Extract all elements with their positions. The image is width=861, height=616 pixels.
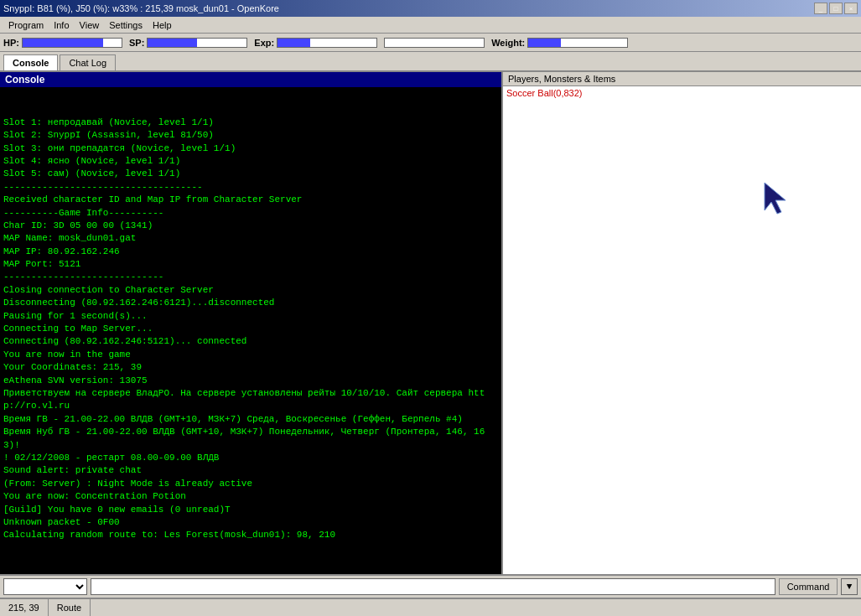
console-line: Sound alert: private chat	[3, 464, 498, 477]
console-line: Unknown packet - 0F00	[3, 516, 498, 529]
title-text: SnyppI: B81 (%), J50 (%): w33% : 215,39 …	[3, 3, 279, 13]
hp-group: HP:	[3, 38, 122, 48]
command-button[interactable]: Command	[779, 578, 838, 595]
sp-group: SP:	[129, 38, 247, 48]
sp-bar-container	[147, 38, 247, 48]
route-text: Route	[57, 603, 81, 613]
console-line: (From: Server) : Night Mode is already a…	[3, 478, 498, 490]
svg-marker-0	[765, 183, 786, 214]
console-header: Console	[0, 72, 501, 87]
console-line: Время ГВ - 21.00-22.00 ВЛДВ (GMT+10, МЗК…	[3, 413, 498, 426]
console-line: Connecting (80.92.162.246:5121)... conne…	[3, 335, 498, 348]
tabs-area: Console Chat Log	[0, 52, 861, 72]
exp-bar	[277, 39, 310, 47]
close-button[interactable]: ×	[844, 3, 858, 14]
coordinates-text: 215, 39	[8, 603, 39, 613]
console-line: Your Coordinates: 215, 39	[3, 361, 498, 374]
route-status: Route	[49, 599, 91, 616]
menu-view[interactable]: View	[75, 18, 105, 32]
weight-group: Weight:	[491, 38, 628, 48]
console-line: ----------Game Info----------	[3, 207, 498, 220]
console-line: eAthena SVN version: 13075	[3, 375, 498, 387]
item-label[interactable]: Soccer Ball(0,832)	[503, 86, 861, 100]
console-line: MAP Port: 5121	[3, 258, 498, 271]
console-line: -----------------------------	[3, 271, 498, 283]
maximize-button[interactable]: □	[829, 3, 843, 14]
command-dropdown-arrow[interactable]: ▼	[841, 578, 858, 595]
hp-label: HP:	[3, 38, 19, 48]
game-cursor	[760, 179, 794, 220]
title-bar: SnyppI: B81 (%), J50 (%): w33% : 215,39 …	[0, 0, 861, 17]
right-panel: Players, Monsters & Items Soccer Ball(0,…	[503, 72, 861, 574]
left-panel: Console Slot 1: непродавай (Novice, leve…	[0, 72, 503, 574]
console-line: Slot 3: они препадатся (Novice, level 1/…	[3, 142, 498, 155]
console-line: ! 02/12/2008 - рестарт 08.00-09.00 ВЛДВ	[3, 452, 498, 464]
console-line: You are now in the game	[3, 349, 498, 361]
console-line: Slot 5: сам) (Novice, level 1/1)	[3, 168, 498, 180]
console-line: Disconnecting (80.92.162.246:6121)...dis…	[3, 297, 498, 309]
extra-bar-container	[384, 38, 485, 48]
console-line: [Guild] You have 0 new emails (0 unread)…	[3, 504, 498, 516]
exp-label: Exp:	[254, 38, 274, 48]
console-line: You are now: Concentration Potion	[3, 490, 498, 503]
console-line: Slot 4: ясно (Novice, level 1/1)	[3, 155, 498, 168]
minimize-button[interactable]: _	[814, 3, 827, 14]
console-line: Closing connection to Character Server	[3, 284, 498, 297]
tab-chat-log[interactable]: Chat Log	[60, 54, 116, 70]
command-input[interactable]	[91, 578, 775, 595]
sp-label: SP:	[129, 38, 144, 48]
coordinates-status: 215, 39	[0, 599, 49, 616]
menu-bar: Program Info View Settings Help	[0, 17, 861, 34]
hp-bar-container	[22, 38, 122, 48]
stats-bar: HP: SP: Exp: Weight:	[0, 34, 861, 52]
console-line: Received character ID and Map IP from Ch…	[3, 194, 498, 206]
console-line: MAP IP: 80.92.162.246	[3, 246, 498, 258]
console-line: Slot 1: непродавай (Novice, level 1/1)	[3, 116, 498, 129]
right-panel-content: Soccer Ball(0,832)	[503, 86, 861, 574]
sp-bar	[148, 39, 197, 47]
console-content[interactable]: Slot 1: непродавай (Novice, level 1/1)Sl…	[0, 87, 501, 574]
exp-bar-container	[277, 38, 377, 48]
command-dropdown-left[interactable]	[3, 578, 87, 595]
menu-program[interactable]: Program	[3, 18, 49, 32]
right-panel-header: Players, Monsters & Items	[503, 72, 861, 86]
menu-help[interactable]: Help	[148, 18, 177, 32]
tab-console[interactable]: Console	[3, 54, 58, 70]
weight-label: Weight:	[491, 38, 525, 48]
console-line: Приветствуем на сервере ВладРО. На серве…	[3, 387, 498, 413]
menu-info[interactable]: Info	[49, 18, 74, 32]
console-line: ------------------------------------	[3, 181, 498, 194]
hp-bar	[23, 39, 103, 47]
console-line: Char ID: 3D 05 00 00 (1341)	[3, 220, 498, 232]
extra-group	[384, 38, 485, 48]
console-line: Slot 2: SnyppI (Assassin, level 81/50)	[3, 129, 498, 142]
bottom-bar: Command ▼	[0, 574, 861, 598]
console-line: Connecting to Map Server...	[3, 323, 498, 335]
menu-settings[interactable]: Settings	[104, 18, 148, 32]
title-bar-buttons: _ □ ×	[814, 3, 858, 14]
console-line: Время Нуб ГВ - 21.00-22.00 ВЛДВ (GMT+10,…	[3, 426, 498, 452]
status-bar: 215, 39 Route	[0, 598, 861, 616]
weight-bar	[528, 39, 561, 47]
console-line: Pausing for 1 second(s)...	[3, 310, 498, 323]
weight-bar-container	[527, 38, 628, 48]
main-content: Console Slot 1: непродавай (Novice, leve…	[0, 72, 861, 574]
exp-group: Exp:	[254, 38, 377, 48]
console-line: MAP Name: mosk_dun01.gat	[3, 232, 498, 245]
console-line: Calculating random route to: Les Forest(…	[3, 529, 498, 541]
